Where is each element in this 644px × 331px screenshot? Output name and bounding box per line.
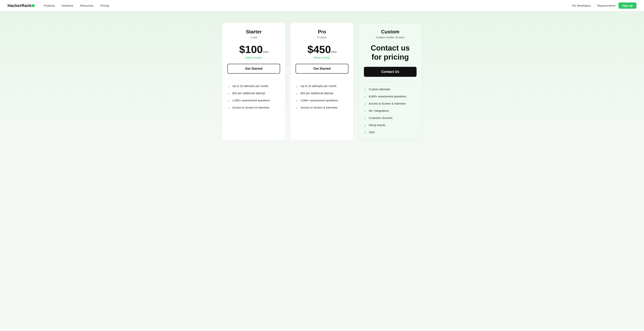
check-icon: ✓ xyxy=(364,102,366,106)
starter-plan-users: 1 user xyxy=(228,36,280,39)
pro-feature-2: $20 per additional attempt xyxy=(300,92,333,95)
plan-card-starter: Starter 1 user $100/mo Billed monthly Ge… xyxy=(222,23,286,141)
contact-line2: for pricing xyxy=(372,53,409,61)
custom-plan-users: Custom number of users xyxy=(364,36,416,39)
custom-contact-text: Contact us for pricing xyxy=(364,44,416,62)
list-item: ✓ Customer Success xyxy=(364,116,416,120)
starter-feature-3: 1,000+ assessment questions xyxy=(232,99,270,102)
check-icon: ✓ xyxy=(364,116,366,120)
logo-square-icon xyxy=(32,4,34,7)
pro-features: ✓ Up to 25 attempts per month ✓ $20 per … xyxy=(296,84,348,110)
check-icon: ✓ xyxy=(228,84,230,88)
check-icon: ✓ xyxy=(296,106,298,110)
plan-card-pro: Pro 5 Users $450/mo Billed monthly Get S… xyxy=(290,23,354,141)
check-icon: ✓ xyxy=(228,92,230,96)
list-item: ✓ Hiring events xyxy=(364,124,416,128)
list-item: ✓ Access to Screen & Interview xyxy=(296,106,348,110)
starter-price: $100/mo xyxy=(228,44,280,55)
nav-right: For developers Request demo Sign up xyxy=(572,2,636,9)
check-icon: ✓ xyxy=(364,95,366,99)
starter-cta-button[interactable]: Get Started xyxy=(228,64,280,74)
list-item: ✓ Up to 25 attempts per month xyxy=(296,84,348,88)
pro-feature-4: Access to Screen & Interview xyxy=(300,106,337,109)
starter-features: ✓ Up to 10 attempts per month ✓ $20 per … xyxy=(228,84,280,110)
check-icon: ✓ xyxy=(364,124,366,128)
list-item: ✓ Up to 10 attempts per month xyxy=(228,84,280,88)
list-item: ✓ 40+ integrations xyxy=(364,109,416,113)
pro-price-area: $450/mo Billed monthly xyxy=(296,44,348,59)
logo-text: HackerRank xyxy=(8,3,32,8)
nav-resources[interactable]: Resources xyxy=(80,4,94,7)
starter-feature-2: $20 per additional attempt xyxy=(232,92,265,95)
pro-price-amount: 450 xyxy=(313,44,331,55)
custom-feature-4: 40+ integrations xyxy=(369,109,389,112)
pro-feature-1: Up to 25 attempts per month xyxy=(300,84,336,88)
custom-feature-2: 6,000+ assessment questions xyxy=(369,95,406,98)
starter-feature-4: Access to Screen & Interview xyxy=(232,106,269,109)
pro-price-symbol: $ xyxy=(308,44,313,55)
pro-cta-button[interactable]: Get Started xyxy=(296,64,348,74)
nav-solutions[interactable]: Solutions xyxy=(62,4,73,7)
custom-plan-name: Custom xyxy=(364,29,416,35)
custom-features: ✓ Custom attempts ✓ 6,000+ assessment qu… xyxy=(364,88,416,135)
check-icon: ✓ xyxy=(228,99,230,103)
starter-price-symbol: $ xyxy=(239,44,245,55)
starter-billed: Billed monthly xyxy=(228,56,280,59)
pro-billed: Billed monthly xyxy=(296,56,348,59)
list-item: ✓ $20 per additional attempt xyxy=(296,92,348,96)
nav-for-developers[interactable]: For developers xyxy=(572,4,591,7)
plan-card-custom: Custom Custom number of users Contact us… xyxy=(358,23,422,141)
check-icon: ✓ xyxy=(228,106,230,110)
check-icon: ✓ xyxy=(296,99,298,103)
list-item: ✓ 2,000+ assessment questions xyxy=(296,99,348,103)
nav-divider xyxy=(594,4,594,8)
list-item: ✓ $20 per additional attempt xyxy=(228,92,280,96)
custom-feature-7: SSO xyxy=(369,130,375,134)
nav-links: Products Solutions Resources Pricing xyxy=(44,4,572,7)
sign-up-button[interactable]: Sign up xyxy=(618,2,636,9)
custom-feature-1: Custom attempts xyxy=(369,88,390,91)
list-item: ✓ Access to Screen & Interview xyxy=(228,106,280,110)
list-item: ✓ Access to Screen & Interview xyxy=(364,102,416,106)
starter-plan-name: Starter xyxy=(228,29,280,35)
pro-plan-name: Pro xyxy=(296,29,348,35)
check-icon: ✓ xyxy=(296,92,298,96)
check-icon: ✓ xyxy=(364,131,366,135)
check-icon: ✓ xyxy=(364,109,366,113)
list-item: ✓ SSO xyxy=(364,130,416,135)
pro-price-period: /mo xyxy=(331,50,336,54)
pricing-section: Starter 1 user $100/mo Billed monthly Ge… xyxy=(218,19,426,152)
starter-price-area: $100/mo Billed monthly xyxy=(228,44,280,59)
plans-grid: Starter 1 user $100/mo Billed monthly Ge… xyxy=(222,23,422,141)
starter-price-period: /mo xyxy=(263,50,268,54)
pro-plan-users: 5 Users xyxy=(296,36,348,39)
custom-feature-3: Access to Screen & Interview xyxy=(369,102,406,105)
nav-products[interactable]: Products xyxy=(44,4,55,7)
list-item: ✓ Custom attempts xyxy=(364,88,416,92)
logo[interactable]: HackerRank xyxy=(8,3,34,8)
nav-pricing[interactable]: Pricing xyxy=(100,4,109,7)
check-icon: ✓ xyxy=(364,88,366,92)
hero-background: Starter 1 user $100/mo Billed monthly Ge… xyxy=(0,11,644,152)
custom-divider xyxy=(364,82,416,82)
pro-price: $450/mo xyxy=(296,44,348,55)
nav-request-demo[interactable]: Request demo xyxy=(597,4,616,7)
list-item: ✓ 1,000+ assessment questions xyxy=(228,99,280,103)
starter-feature-1: Up to 10 attempts per month xyxy=(232,84,268,88)
custom-feature-6: Hiring events xyxy=(369,124,386,127)
custom-cta-button[interactable]: Contact Us xyxy=(364,67,416,77)
check-icon: ✓ xyxy=(296,84,298,88)
list-item: ✓ 6,000+ assessment questions xyxy=(364,95,416,99)
navbar: HackerRank Products Solutions Resources … xyxy=(0,0,644,11)
pro-feature-3: 2,000+ assessment questions xyxy=(300,99,338,102)
custom-feature-5: Customer Success xyxy=(369,116,392,120)
contact-line1: Contact us xyxy=(371,44,410,52)
starter-price-amount: 100 xyxy=(245,44,263,55)
